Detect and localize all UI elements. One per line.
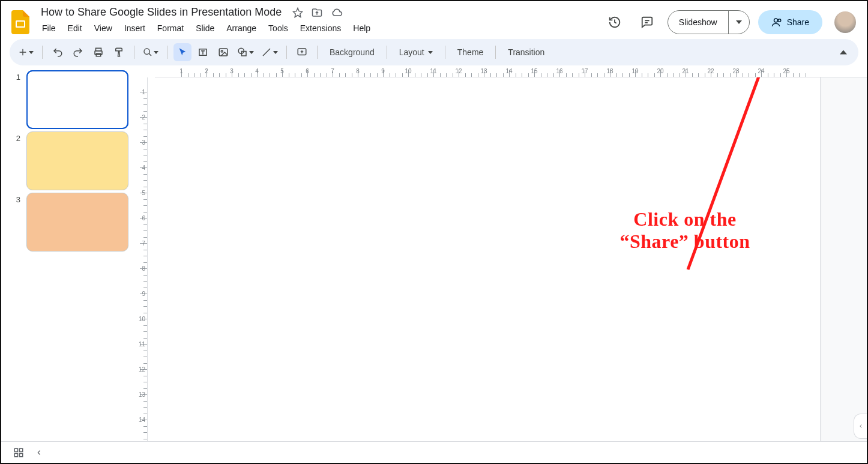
slideshow-label: Slideshow	[679, 17, 717, 27]
menu-slide[interactable]: Slide	[191, 21, 219, 35]
share-label: Share	[787, 17, 809, 27]
thumb-preview[interactable]	[26, 193, 128, 252]
theme-button[interactable]: Theme	[451, 43, 490, 61]
textbox-tool[interactable]	[194, 43, 212, 61]
line-tool[interactable]	[259, 43, 280, 61]
slideshow-options-button[interactable]	[729, 11, 749, 34]
svg-rect-16	[14, 453, 17, 456]
zoom-button[interactable]	[140, 43, 161, 61]
svg-rect-1	[17, 22, 24, 26]
svg-point-3	[778, 19, 781, 22]
canvas-viewport[interactable]: Click on the “Share” button	[148, 77, 867, 441]
slide-panel: 1 2 3	[1, 65, 136, 441]
cloud-status-icon[interactable]	[331, 7, 343, 18]
history-icon[interactable]	[603, 10, 627, 34]
slide-thumb[interactable]: 2	[12, 131, 130, 190]
svg-rect-15	[20, 448, 23, 451]
thumb-preview[interactable]	[26, 131, 128, 190]
prev-slide-icon[interactable]	[35, 448, 43, 457]
svg-rect-9	[219, 49, 228, 56]
slide-thumb[interactable]: 3	[12, 193, 130, 252]
menu-edit[interactable]: Edit	[63, 21, 87, 35]
toolbar: Background Layout Theme Transition	[10, 39, 858, 65]
thumb-preview[interactable]	[26, 70, 128, 129]
print-button[interactable]	[89, 43, 107, 61]
menu-help[interactable]: Help	[348, 21, 375, 35]
move-icon[interactable]	[312, 7, 322, 18]
slideshow-button[interactable]: Slideshow	[668, 11, 729, 34]
layout-button[interactable]: Layout	[393, 43, 439, 61]
select-tool[interactable]	[173, 43, 191, 61]
side-panel-toggle[interactable]	[854, 414, 867, 439]
thumb-number: 3	[12, 193, 20, 204]
vertical-ruler[interactable]: 1234567891011121314	[136, 77, 148, 441]
account-avatar[interactable]	[834, 11, 856, 33]
slide-canvas[interactable]	[148, 77, 820, 441]
star-icon[interactable]	[292, 7, 303, 18]
menu-view[interactable]: View	[89, 21, 117, 35]
slides-logo[interactable]	[10, 11, 31, 33]
image-tool[interactable]	[214, 43, 232, 61]
collapse-toolbar-button[interactable]	[834, 43, 852, 61]
menu-format[interactable]: Format	[152, 21, 188, 35]
svg-point-2	[774, 19, 777, 22]
share-button[interactable]: Share	[758, 10, 822, 34]
horizontal-ruler[interactable]: 1234567891011121314151617181920212223242…	[155, 65, 867, 77]
undo-button[interactable]	[49, 43, 67, 61]
bottombar	[1, 441, 867, 463]
svg-point-10	[221, 50, 223, 52]
redo-button[interactable]	[69, 43, 87, 61]
svg-rect-14	[14, 448, 17, 451]
doc-title[interactable]: How to Share Google Slides in Presentati…	[37, 5, 285, 20]
transition-button[interactable]: Transition	[502, 43, 550, 61]
slide-thumb[interactable]: 1	[12, 70, 130, 129]
new-slide-button[interactable]	[16, 43, 36, 61]
menu-insert[interactable]: Insert	[119, 21, 150, 35]
comment-icon[interactable]	[635, 10, 659, 34]
menu-file[interactable]: File	[37, 21, 61, 35]
svg-point-7	[144, 49, 149, 54]
add-comment-button[interactable]	[293, 43, 311, 61]
paint-format-button[interactable]	[110, 43, 128, 61]
thumb-number: 1	[12, 70, 20, 82]
background-button[interactable]: Background	[324, 43, 381, 61]
person-add-icon	[771, 17, 782, 28]
menu-extensions[interactable]: Extensions	[295, 21, 346, 35]
thumb-number: 2	[12, 131, 20, 143]
shape-tool[interactable]	[235, 43, 256, 61]
menu-tools[interactable]: Tools	[264, 21, 293, 35]
grid-view-icon[interactable]	[13, 447, 24, 458]
menu-arrange[interactable]: Arrange	[222, 21, 261, 35]
svg-rect-17	[20, 453, 23, 456]
menubar: File Edit View Insert Format Slide Arran…	[37, 20, 597, 39]
